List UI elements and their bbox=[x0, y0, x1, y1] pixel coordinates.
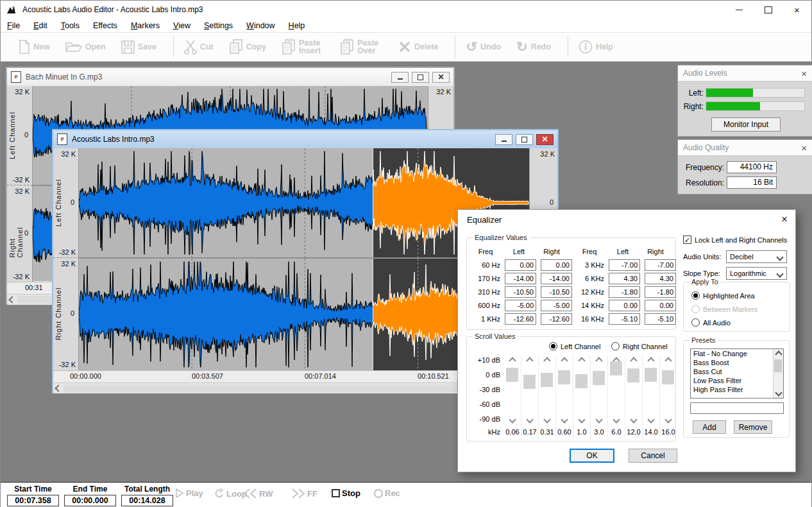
slider-down-arrow[interactable] bbox=[647, 416, 654, 423]
eq-band-right-input[interactable] bbox=[541, 286, 572, 298]
undo-button[interactable]: ↺ Undo bbox=[466, 42, 501, 52]
redo-button[interactable]: ↻ Redo bbox=[516, 42, 551, 52]
scroll-left-button[interactable] bbox=[7, 295, 17, 305]
slider-down-arrow[interactable] bbox=[613, 416, 620, 423]
left-channel-radio[interactable]: Left Channel bbox=[549, 342, 600, 350]
intro-window-titlebar[interactable]: e Acoustic Labs Intro.mp3 ✕ bbox=[53, 130, 557, 148]
eq-band-left-input[interactable] bbox=[609, 259, 640, 271]
bach-close-button[interactable]: ✕ bbox=[432, 72, 450, 83]
intro-minimize-button[interactable] bbox=[495, 134, 512, 145]
eq-band-left-input[interactable] bbox=[609, 313, 640, 325]
loop-button[interactable]: Loop bbox=[214, 488, 247, 499]
menu-view[interactable]: View bbox=[173, 21, 190, 30]
slider-up-arrow[interactable] bbox=[561, 357, 568, 364]
audio-levels-titlebar[interactable]: Audio Levels × bbox=[678, 65, 812, 82]
close-icon[interactable]: × bbox=[781, 214, 788, 225]
menu-help[interactable]: Help bbox=[289, 21, 305, 30]
maximize-button[interactable] bbox=[754, 1, 782, 19]
presets-listbox[interactable]: Flat - No Change Bass Boost Bass Cut Low… bbox=[690, 348, 784, 399]
radio-icon[interactable] bbox=[611, 342, 620, 350]
rewind-button[interactable]: RW bbox=[243, 488, 273, 499]
copy-button[interactable]: Copy bbox=[229, 39, 266, 55]
monitor-input-button[interactable]: Monitor Input bbox=[711, 117, 781, 132]
main-titlebar[interactable]: e Acoustic Labs Audio Editor - Acoustic … bbox=[1, 1, 811, 19]
slider-up-arrow[interactable] bbox=[526, 357, 533, 364]
slider-thumb[interactable] bbox=[627, 368, 639, 382]
presets-scrollbar[interactable] bbox=[773, 349, 783, 398]
chevron-down-icon[interactable] bbox=[775, 389, 782, 396]
eq-band-left-input[interactable] bbox=[505, 259, 536, 271]
eq-band-right-input[interactable] bbox=[541, 273, 572, 284]
slider-down-arrow[interactable] bbox=[526, 416, 533, 423]
slider-down-arrow[interactable] bbox=[561, 416, 568, 423]
stop-button[interactable]: Stop bbox=[332, 488, 360, 498]
preset-list-item[interactable]: Flat - No Change bbox=[691, 349, 774, 358]
menu-settings[interactable]: Settings bbox=[204, 21, 233, 30]
eq-band-left-input[interactable] bbox=[505, 300, 536, 311]
slider-down-arrow[interactable] bbox=[664, 416, 672, 423]
menu-file[interactable]: File bbox=[7, 21, 20, 30]
menu-window[interactable]: Window bbox=[246, 21, 275, 30]
slider-thumb[interactable] bbox=[575, 374, 588, 388]
eq-band-left-input[interactable] bbox=[505, 273, 536, 284]
bach-window-titlebar[interactable]: e Bach Minuet In G.mp3 ✕ bbox=[7, 68, 453, 86]
slider-thumb[interactable] bbox=[662, 370, 674, 384]
eq-band-left-input[interactable] bbox=[609, 286, 640, 298]
remove-preset-button[interactable]: Remove bbox=[734, 420, 772, 434]
checkbox-checked-icon[interactable] bbox=[683, 236, 691, 244]
close-icon[interactable]: × bbox=[801, 143, 807, 153]
slider-down-arrow[interactable] bbox=[509, 416, 516, 423]
eq-band-right-input[interactable] bbox=[541, 300, 572, 311]
apply-all-radio[interactable]: All Audio bbox=[691, 318, 731, 327]
eq-band-right-input[interactable] bbox=[645, 313, 676, 325]
preset-list-item[interactable]: High Pass Filter bbox=[691, 385, 774, 394]
lock-channels-checkbox[interactable]: Lock Left and Right Channels bbox=[683, 236, 787, 244]
cut-button[interactable]: Cut bbox=[184, 39, 214, 55]
bach-restore-button[interactable] bbox=[412, 72, 429, 83]
save-button[interactable]: Save bbox=[121, 40, 156, 54]
eq-band-right-input[interactable] bbox=[541, 259, 572, 271]
eq-band-left-input[interactable] bbox=[505, 313, 536, 325]
slope-type-select[interactable]: Logarithmic bbox=[726, 267, 787, 280]
ok-button[interactable]: OK bbox=[570, 449, 614, 463]
paste-over-button[interactable]: Paste Over bbox=[340, 39, 383, 55]
slider-up-arrow[interactable] bbox=[578, 357, 585, 364]
eq-band-right-input[interactable] bbox=[645, 273, 676, 284]
slider-thumb[interactable] bbox=[541, 373, 553, 387]
delete-button[interactable]: Delete bbox=[398, 40, 439, 53]
intro-close-button[interactable]: ✕ bbox=[536, 134, 554, 145]
cancel-button[interactable]: Cancel bbox=[629, 449, 677, 463]
close-button[interactable]: × bbox=[782, 1, 811, 19]
apply-markers-radio[interactable]: Between Markers bbox=[691, 305, 758, 313]
slider-thumb[interactable] bbox=[610, 361, 622, 375]
help-button[interactable]: Help bbox=[579, 40, 613, 54]
slider-down-arrow[interactable] bbox=[595, 416, 602, 423]
audio-quality-titlebar[interactable]: Audio Quality × bbox=[678, 140, 812, 156]
slider-thumb[interactable] bbox=[645, 368, 657, 382]
intro-restore-button[interactable] bbox=[516, 134, 533, 145]
slider-down-arrow[interactable] bbox=[630, 416, 637, 423]
slider-up-arrow[interactable] bbox=[664, 357, 672, 364]
eq-band-left-input[interactable] bbox=[505, 286, 536, 298]
preset-list-item[interactable]: Bass Cut bbox=[691, 367, 774, 376]
slider-thumb[interactable] bbox=[523, 375, 536, 389]
slider-thumb[interactable] bbox=[558, 370, 570, 384]
chevron-up-icon[interactable] bbox=[775, 350, 782, 357]
preset-list-item[interactable]: Low Pass Filter bbox=[691, 376, 774, 385]
paste-insert-button[interactable]: Paste Insert bbox=[282, 39, 325, 55]
slider-down-arrow[interactable] bbox=[543, 416, 550, 423]
menu-effects[interactable]: Effects bbox=[93, 21, 117, 30]
slider-up-arrow[interactable] bbox=[630, 357, 637, 364]
fast-forward-button[interactable]: FF bbox=[291, 488, 317, 499]
bach-minimize-button[interactable] bbox=[391, 72, 409, 83]
open-button[interactable]: Open bbox=[65, 40, 106, 53]
preset-list-item[interactable]: Bass Boost bbox=[691, 358, 774, 367]
eq-band-right-input[interactable] bbox=[645, 259, 676, 271]
play-button[interactable]: Play bbox=[175, 488, 203, 498]
slider-thumb[interactable] bbox=[593, 371, 605, 385]
scrollbar-thumb[interactable] bbox=[774, 359, 782, 372]
eq-band-right-input[interactable] bbox=[541, 313, 572, 325]
slider-thumb[interactable] bbox=[506, 368, 518, 382]
add-preset-button[interactable]: Add bbox=[693, 420, 726, 434]
slider-up-arrow[interactable] bbox=[595, 357, 602, 364]
